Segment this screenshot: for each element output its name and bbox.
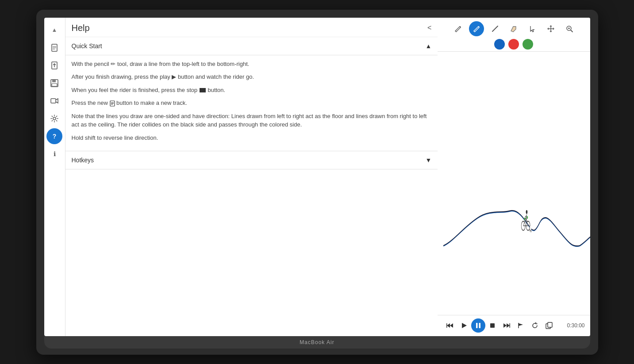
laptop-label: MacBook Air — [300, 339, 334, 345]
hotkeys-label: Hotkeys — [72, 157, 94, 164]
chevron-up-icon[interactable]: ▲ — [46, 22, 62, 38]
svg-marker-38 — [462, 323, 467, 328]
color-blue-button[interactable] — [494, 39, 505, 50]
playback-time: 0:30:00 — [567, 322, 584, 329]
main-area: 0:30:00 — [438, 18, 590, 336]
svg-rect-7 — [52, 84, 57, 86]
svg-rect-48 — [548, 322, 552, 327]
svg-rect-44 — [510, 323, 511, 328]
help-step-5: Note that the lines you draw are one-sid… — [72, 112, 432, 129]
zoom-tool-button[interactable] — [562, 21, 577, 36]
color-red-button[interactable] — [508, 39, 519, 50]
sidebar-item-save[interactable] — [46, 75, 62, 91]
sidebar-item-record[interactable] — [46, 93, 62, 109]
toolbar — [438, 18, 590, 52]
hotkeys-chevron: ▼ — [426, 157, 432, 164]
svg-rect-39 — [476, 323, 478, 328]
flag-button[interactable] — [514, 318, 528, 333]
svg-marker-15 — [511, 27, 516, 32]
stop-button[interactable] — [485, 318, 500, 333]
play-button[interactable] — [457, 318, 471, 333]
sidebar-item-new[interactable] — [46, 40, 62, 56]
laptop-outer: ▲ — [36, 10, 598, 355]
collapse-icon[interactable]: < — [427, 24, 431, 32]
reset-button[interactable] — [528, 318, 542, 333]
svg-line-19 — [571, 30, 573, 32]
help-step-1: With the pencil ✏ tool, draw a line from… — [72, 60, 432, 69]
svg-point-34 — [527, 216, 528, 218]
help-step-3: When you feel the rider is finished, pre… — [72, 86, 432, 95]
help-step-6: Hold shift to reverse line direction. — [72, 134, 432, 142]
rewind-button[interactable] — [443, 318, 457, 333]
quick-start-label: Quick Start — [72, 42, 102, 50]
svg-rect-40 — [479, 323, 481, 328]
copy-button[interactable] — [542, 318, 556, 333]
quick-start-body: With the pencil ✏ tool, draw a line from… — [65, 55, 438, 152]
select-tool-button[interactable] — [525, 21, 540, 36]
fast-forward-button[interactable] — [500, 318, 514, 333]
hotkeys-header[interactable]: Hotkeys ▼ — [65, 151, 438, 169]
svg-marker-46 — [519, 323, 523, 326]
help-title: Help — [72, 23, 90, 33]
svg-marker-36 — [450, 323, 453, 328]
svg-point-9 — [53, 117, 56, 120]
sidebar-item-settings[interactable] — [46, 111, 62, 126]
help-title-row: Help < — [65, 18, 438, 37]
svg-rect-6 — [52, 80, 56, 82]
drawing-canvas — [438, 52, 590, 315]
color-green-button[interactable] — [523, 39, 533, 50]
svg-marker-43 — [507, 323, 510, 328]
line-tool-button[interactable] — [488, 21, 503, 36]
help-step-4: Press the new button to make a new track… — [72, 99, 432, 107]
sidebar-left-icons: ▲ — [44, 18, 65, 336]
help-step-2: After you finish drawing, press the play… — [72, 73, 432, 81]
sidebar-item-upload[interactable] — [46, 57, 62, 73]
svg-point-33 — [524, 217, 526, 220]
playback-bar: 0:30:00 — [438, 315, 590, 336]
svg-rect-41 — [490, 323, 495, 328]
move-tool-button[interactable] — [543, 21, 558, 36]
pencil-tool-button[interactable] — [450, 21, 465, 36]
sidebar-item-help[interactable]: ? — [46, 128, 62, 144]
quick-start-chevron: ▲ — [426, 42, 432, 50]
canvas-area[interactable] — [438, 52, 590, 315]
screen: ▲ — [44, 18, 590, 336]
toolbar-tools-row — [450, 21, 577, 36]
sidebar-content: Help < Quick Start ▲ With the pencil ✏ t… — [65, 18, 438, 336]
svg-line-14 — [492, 26, 498, 31]
sidebar: ▲ — [44, 18, 438, 336]
svg-rect-8 — [51, 99, 56, 103]
svg-marker-35 — [447, 323, 450, 328]
svg-rect-37 — [446, 323, 447, 328]
eraser-tool-button[interactable] — [506, 21, 521, 36]
pencil-smooth-tool-button[interactable] — [469, 21, 484, 36]
svg-point-28 — [526, 210, 528, 214]
laptop-bottom-bar: MacBook Air — [44, 336, 590, 349]
toolbar-colors-row — [494, 39, 533, 50]
sidebar-item-info[interactable]: ℹ — [46, 146, 62, 162]
svg-marker-42 — [503, 323, 507, 328]
quick-start-header[interactable]: Quick Start ▲ — [65, 37, 438, 55]
pause-button[interactable] — [471, 318, 485, 333]
